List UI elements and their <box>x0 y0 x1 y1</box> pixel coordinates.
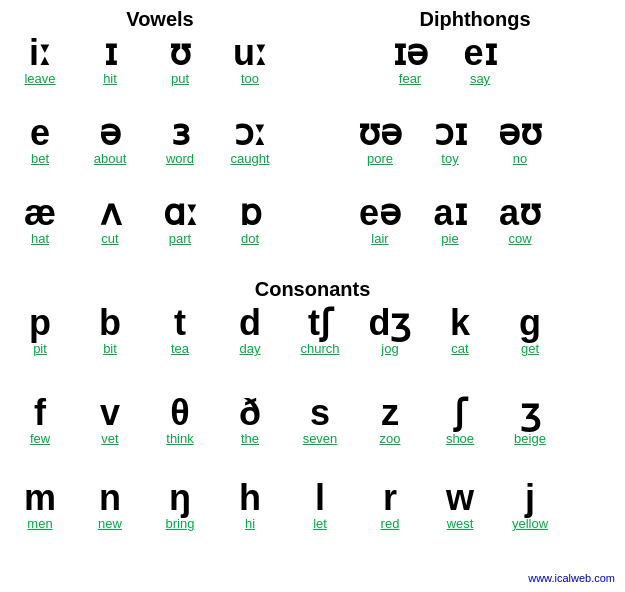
word-day: day <box>240 341 261 357</box>
word-yellow: yellow <box>512 516 548 532</box>
cell-s: s seven <box>285 395 355 447</box>
symbol-ʃ: ʃ <box>454 395 466 431</box>
word-let: let <box>313 516 327 532</box>
word-too: too <box>241 71 259 87</box>
word-west: west <box>447 516 474 532</box>
word-no: no <box>513 151 527 167</box>
cell-æ: æ hat <box>5 195 75 247</box>
symbol-z: z <box>381 395 399 431</box>
diphthongs-row3: eə lair aɪ pie aʊ cow <box>345 195 555 247</box>
word-men: men <box>27 516 52 532</box>
word-pie: pie <box>441 231 458 247</box>
cell-ʃ: ʃ shoe <box>425 395 495 447</box>
symbol-v: v <box>100 395 120 431</box>
symbol-g: g <box>519 305 541 341</box>
symbol-k: k <box>450 305 470 341</box>
cell-ə: ə about <box>75 115 145 167</box>
symbol-j: j <box>525 480 535 516</box>
cell-ɜ: ɜ word <box>145 115 215 167</box>
consonants-title: Consonants <box>0 278 625 301</box>
word-cut: cut <box>101 231 118 247</box>
symbol-iː: iː <box>29 35 51 71</box>
cell-ʒ: ʒ beige <box>495 395 565 447</box>
word-hat: hat <box>31 231 49 247</box>
cell-e: e bet <box>5 115 75 167</box>
cell-g: g get <box>495 305 565 357</box>
word-bit: bit <box>103 341 117 357</box>
word-lair: lair <box>371 231 388 247</box>
cell-t: t tea <box>145 305 215 357</box>
symbol-aʊ: aʊ <box>499 195 541 231</box>
cell-l: l let <box>285 480 355 532</box>
cell-ŋ: ŋ bring <box>145 480 215 532</box>
symbol-ŋ: ŋ <box>169 480 191 516</box>
word-cat: cat <box>451 341 468 357</box>
symbol-ɜ: ɜ <box>171 115 190 151</box>
symbol-ɪə: ɪə <box>393 35 428 71</box>
symbol-eə: eə <box>359 195 401 231</box>
word-cow: cow <box>508 231 531 247</box>
vowels-row2: e bet ə about ɜ word ɔː caught <box>5 115 285 167</box>
symbol-ð: ð <box>239 395 261 431</box>
cell-aɪ: aɪ pie <box>415 195 485 247</box>
word-jog: jog <box>381 341 398 357</box>
cell-ɪ: ɪ hit <box>75 35 145 87</box>
symbol-uː: uː <box>233 35 267 71</box>
word-red: red <box>381 516 400 532</box>
symbol-ɔɪ: ɔɪ <box>434 115 467 151</box>
cell-w: w west <box>425 480 495 532</box>
word-dot: dot <box>241 231 259 247</box>
symbol-r: r <box>383 480 397 516</box>
word-get: get <box>521 341 539 357</box>
consonants-row2: f few v vet θ think ð the s seven z zoo … <box>5 395 565 447</box>
cell-d: d day <box>215 305 285 357</box>
consonants-row3: m men n new ŋ bring h hi l let r red w w… <box>5 480 565 532</box>
word-vet: vet <box>101 431 118 447</box>
symbol-b: b <box>99 305 121 341</box>
symbol-e: e <box>30 115 50 151</box>
symbol-ə: ə <box>99 115 121 151</box>
diphthongs-row2: ʊə pore ɔɪ toy əʊ no <box>345 115 555 167</box>
symbol-f: f <box>34 395 46 431</box>
vowels-row1: iː leave ɪ hit ʊ put uː too <box>5 35 285 87</box>
symbol-m: m <box>24 480 56 516</box>
cell-m: m men <box>5 480 75 532</box>
footer-link[interactable]: www.icalweb.com <box>528 572 615 584</box>
word-tea: tea <box>171 341 189 357</box>
cell-θ: θ think <box>145 395 215 447</box>
word-part: part <box>169 231 191 247</box>
word-pore: pore <box>367 151 393 167</box>
word-bring: bring <box>166 516 195 532</box>
symbol-ʌ: ʌ <box>100 195 121 231</box>
symbol-ɒ: ɒ <box>239 195 262 231</box>
word-pit: pit <box>33 341 47 357</box>
word-fear: fear <box>399 71 421 87</box>
symbol-ɪ: ɪ <box>104 35 117 71</box>
vowels-row3: æ hat ʌ cut ɑː part ɒ dot <box>5 195 285 247</box>
word-put: put <box>171 71 189 87</box>
cell-eɪ: eɪ say <box>445 35 515 87</box>
symbol-ʒ: ʒ <box>520 395 541 431</box>
symbol-ʊə: ʊə <box>358 115 402 151</box>
word-church: church <box>300 341 339 357</box>
symbol-eɪ: eɪ <box>463 35 496 71</box>
cell-ʊə: ʊə pore <box>345 115 415 167</box>
cell-f: f few <box>5 395 75 447</box>
word-seven: seven <box>303 431 338 447</box>
word-leave: leave <box>24 71 55 87</box>
cell-dʒ: dʒ jog <box>355 305 425 357</box>
symbol-aɪ: aɪ <box>433 195 466 231</box>
symbol-s: s <box>310 395 330 431</box>
word-beige: beige <box>514 431 546 447</box>
symbol-əʊ: əʊ <box>498 115 542 151</box>
symbol-dʒ: dʒ <box>369 305 412 341</box>
cell-j: j yellow <box>495 480 565 532</box>
cell-ʌ: ʌ cut <box>75 195 145 247</box>
word-hit: hit <box>103 71 117 87</box>
cell-p: p pit <box>5 305 75 357</box>
cell-b: b bit <box>75 305 145 357</box>
symbol-æ: æ <box>24 195 56 231</box>
cell-k: k cat <box>425 305 495 357</box>
symbol-l: l <box>315 480 325 516</box>
symbol-θ: θ <box>170 395 189 431</box>
